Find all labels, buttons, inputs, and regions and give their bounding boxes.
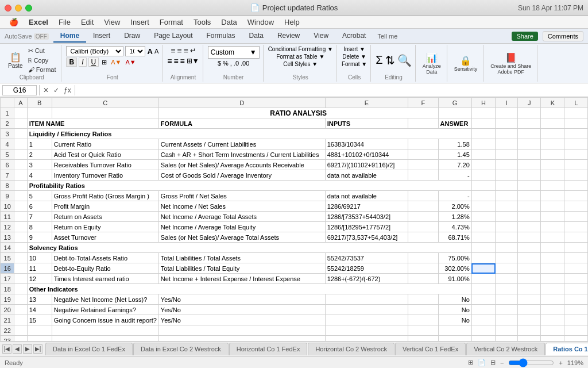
cell-l8[interactable] (564, 181, 588, 191)
cell-b20[interactable]: 14 (27, 305, 52, 315)
cell-f16[interactable] (408, 263, 438, 274)
comments-button[interactable]: Comments (543, 31, 583, 41)
cell-j13[interactable] (518, 232, 541, 243)
cell-e17[interactable]: 1286+(-672)/(-672) (325, 274, 408, 284)
cell-j18[interactable] (518, 284, 541, 294)
cell-h5[interactable] (471, 150, 495, 160)
sheet-tab-horizontal-westrock[interactable]: Horizontal Co 2 Westrock (308, 343, 394, 355)
cell-i13[interactable] (496, 232, 518, 243)
format-as-table-button[interactable]: Format as Table ▼ (276, 53, 324, 60)
cell-l5[interactable] (564, 150, 588, 160)
cell-h13[interactable] (471, 232, 495, 243)
zoom-in-button[interactable]: + (559, 359, 562, 366)
comma-button[interactable]: , (230, 60, 232, 67)
cell-b13[interactable]: 9 (27, 232, 52, 243)
cell-a14[interactable] (14, 243, 27, 253)
cell-j17[interactable] (518, 274, 541, 284)
cell-a13[interactable] (14, 232, 27, 243)
cell-k7[interactable] (541, 170, 564, 181)
tab-insert[interactable]: Insert (86, 30, 117, 43)
cell-a4[interactable] (14, 139, 27, 150)
cell-i5[interactable] (496, 150, 518, 160)
cell-g1[interactable] (438, 108, 471, 118)
cell-i14[interactable] (496, 243, 518, 253)
sheet-area[interactable]: A B C D E F G H I J K L 1 (0, 97, 588, 341)
cell-g19[interactable]: No (438, 294, 471, 305)
cell-l11[interactable] (564, 212, 588, 222)
sort-filter-button[interactable]: ⇅ (385, 53, 395, 67)
font-color-button[interactable]: A▼ (124, 59, 137, 66)
cell-h9[interactable] (471, 191, 495, 201)
autosave-toggle[interactable]: OFF (34, 33, 49, 40)
cell-e12[interactable]: 1286/[18295+17757/2] (325, 222, 408, 232)
cell-a9[interactable] (14, 191, 27, 201)
tab-last-button[interactable]: ▶| (33, 344, 42, 354)
cell-b2[interactable]: ITEM NAME (27, 118, 158, 129)
cell-l2[interactable] (564, 118, 588, 129)
cell-g11[interactable]: 1.28% (438, 212, 471, 222)
cell-d2[interactable]: FORMULA (158, 118, 325, 129)
sheet-tab-fedex1[interactable]: Data in Excel Co 1 FedEx (45, 343, 133, 355)
col-header-d[interactable]: D (158, 98, 325, 108)
cell-j5[interactable] (518, 150, 541, 160)
cell-k19[interactable] (541, 294, 564, 305)
cell-l10[interactable] (564, 201, 588, 212)
cell-c21[interactable]: Going Concern issue in audit report? (52, 315, 158, 325)
cell-h3[interactable] (471, 129, 495, 139)
cell-c5[interactable]: Acid Test or Quick Ratio (52, 150, 158, 160)
cell-a1[interactable] (14, 108, 27, 118)
cell-l16[interactable] (564, 263, 588, 274)
cell-f13[interactable] (408, 232, 438, 243)
cell-g13[interactable]: 68.71% (438, 232, 471, 243)
cell-j12[interactable] (518, 222, 541, 232)
analyze-data-button[interactable]: 📊 AnalyzeData (420, 49, 443, 77)
col-header-h[interactable]: H (471, 98, 495, 108)
cell-c17[interactable]: Times Interest earned ratio (52, 274, 158, 284)
cell-j14[interactable] (518, 243, 541, 253)
cell-i9[interactable] (496, 191, 518, 201)
minimize-button[interactable] (15, 5, 22, 12)
cell-g6[interactable]: 7.20 (438, 160, 471, 170)
close-button[interactable] (5, 5, 11, 12)
sum-button[interactable]: Σ (376, 53, 382, 67)
cell-f17[interactable] (408, 274, 438, 284)
cell-k5[interactable] (541, 150, 564, 160)
cell-h21[interactable] (471, 315, 495, 325)
cell-h6[interactable] (471, 160, 495, 170)
underline-button[interactable]: U (88, 57, 99, 67)
cell-c13[interactable]: Asset Turnover (52, 232, 158, 243)
grid-view-icon[interactable]: ⊞ (468, 359, 473, 366)
cell-e19[interactable] (325, 294, 408, 305)
cell-c9[interactable]: Gross Profit Ratio (Gross Margin ) (52, 191, 158, 201)
merge-button[interactable]: ⊞▼ (187, 57, 199, 65)
cell-h12[interactable] (471, 222, 495, 232)
cell-b12[interactable]: 8 (27, 222, 52, 232)
cell-a12[interactable] (14, 222, 27, 232)
cell-i19[interactable] (496, 294, 518, 305)
cell-k12[interactable] (541, 222, 564, 232)
cell-k13[interactable] (541, 232, 564, 243)
cell-g9[interactable]: - (438, 191, 471, 201)
delete-cells-button[interactable]: Delete ▼ (342, 53, 366, 60)
cell-k11[interactable] (541, 212, 564, 222)
cell-c11[interactable]: Return on Assets (52, 212, 158, 222)
cell-styles-button[interactable]: Cell Styles ▼ (283, 61, 318, 67)
cell-a17[interactable] (14, 274, 27, 284)
cell-a7[interactable] (14, 170, 27, 181)
cell-a6[interactable] (14, 160, 27, 170)
cell-g2[interactable]: ANSWER (438, 118, 471, 129)
cell-i11[interactable] (496, 212, 518, 222)
cell-b4[interactable]: 1 (27, 139, 52, 150)
cell-l7[interactable] (564, 170, 588, 181)
format-cells-button[interactable]: Format ▼ (342, 61, 367, 67)
maximize-button[interactable] (25, 5, 32, 12)
cell-a3[interactable] (14, 129, 27, 139)
cell-h17[interactable] (471, 274, 495, 284)
cell-f12[interactable] (408, 222, 438, 232)
cell-i4[interactable] (496, 139, 518, 150)
cell-l4[interactable] (564, 139, 588, 150)
cell-i17[interactable] (496, 274, 518, 284)
cell-e15[interactable]: 55242/73537 (325, 253, 408, 263)
cell-c7[interactable]: Inventory Turnover Ratio (52, 170, 158, 181)
cell-e7[interactable]: data not available (325, 170, 408, 181)
